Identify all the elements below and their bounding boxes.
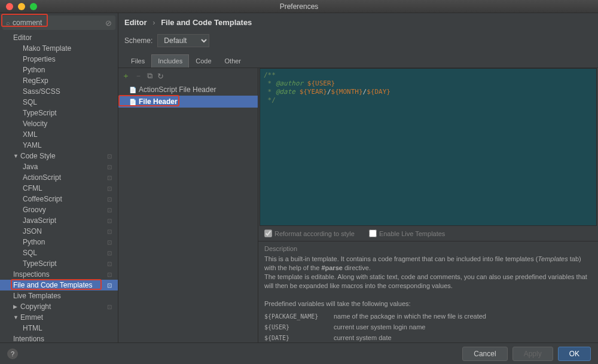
settings-sidebar: ⌕ ⊘ Editor Mako TemplatePropertiesPython…: [0, 13, 118, 342]
settings-tree: Editor Mako TemplatePropertiesPythonRegE…: [0, 32, 118, 342]
sidebar-item-live-templates[interactable]: Live Templates: [0, 290, 118, 301]
tab-code[interactable]: Code: [189, 54, 218, 68]
profile-badge: ⊡: [107, 282, 114, 289]
sidebar-group-editor[interactable]: Editor: [0, 32, 118, 43]
sidebar-item[interactable]: Velocity: [0, 118, 118, 129]
sidebar-label: Live Templates: [13, 292, 61, 300]
sidebar-item[interactable]: Sass/SCSS: [0, 86, 118, 97]
profile-badge: ⊡: [107, 196, 114, 203]
sidebar-item[interactable]: SQL: [0, 97, 118, 108]
profile-badge: ⊡: [107, 207, 114, 213]
tab-files[interactable]: Files: [124, 54, 151, 68]
code-panel: /** * @author ${USER} * @date ${YEAR}/${…: [258, 68, 598, 342]
add-icon[interactable]: ＋: [122, 71, 130, 81]
profile-badge: ⊡: [107, 164, 114, 170]
search-box[interactable]: ⌕ ⊘: [2, 16, 115, 30]
chevron-down-icon: ▼: [13, 314, 20, 320]
sidebar-item[interactable]: RegExp: [0, 75, 118, 86]
search-input[interactable]: [13, 19, 105, 27]
template-items: 📄ActionScript File Header📄File Header: [118, 84, 258, 342]
live-templates-checkbox[interactable]: Enable Live Templates: [369, 230, 445, 237]
sidebar-item[interactable]: Mako Template: [0, 43, 118, 54]
reformat-label: Reformat according to style: [274, 230, 355, 237]
sidebar-item-copyright[interactable]: ▶Copyright⊡: [0, 301, 118, 312]
sidebar-label: Intentions: [13, 335, 44, 342]
sidebar-item[interactable]: YAML: [0, 140, 118, 151]
sidebar-item[interactable]: SQL⊡: [0, 247, 118, 258]
template-toolbar: ＋ － ⧉ ↻: [118, 68, 258, 84]
sidebar-item[interactable]: CoffeeScript⊡: [0, 194, 118, 204]
sidebar-label: Emmet: [20, 313, 43, 322]
tab-includes[interactable]: Includes: [151, 54, 189, 68]
profile-badge: ⊡: [107, 304, 114, 310]
template-tabs: FilesIncludesCodeOther: [118, 54, 598, 68]
profile-badge: ⊡: [107, 239, 114, 246]
sidebar-item[interactable]: CFML⊡: [0, 183, 118, 194]
profile-badge: ⊡: [107, 261, 114, 267]
scheme-label: Scheme:: [124, 36, 152, 45]
profile-badge: ⊡: [107, 250, 114, 256]
chevron-right-icon: ▶: [13, 304, 20, 310]
sidebar-item[interactable]: Python: [0, 65, 118, 75]
template-item[interactable]: 📄ActionScript File Header: [118, 84, 258, 96]
description-panel: Description This is a built-in template.…: [258, 241, 598, 342]
sidebar-item-emmet-html[interactable]: HTML: [0, 323, 118, 334]
sidebar-item-file-templates[interactable]: File and Code Templates⊡: [0, 280, 118, 290]
copy-icon[interactable]: ⧉: [147, 71, 152, 81]
cancel-button[interactable]: Cancel: [462, 347, 507, 361]
sidebar-item[interactable]: Java⊡: [0, 161, 118, 172]
sidebar-item[interactable]: JSON⊡: [0, 226, 118, 237]
window-title: Preferences: [280, 2, 319, 11]
sidebar-item[interactable]: XML: [0, 129, 118, 140]
remove-icon[interactable]: －: [135, 71, 142, 81]
breadcrumb-root[interactable]: Editor: [124, 18, 147, 27]
variable-row: ${USER}current user system login name: [264, 323, 592, 332]
breadcrumb-leaf: File and Code Templates: [161, 18, 252, 27]
maximize-icon[interactable]: [30, 3, 37, 10]
profile-badge: ⊡: [107, 218, 114, 224]
profile-badge: ⊡: [107, 271, 114, 278]
help-icon[interactable]: ?: [7, 348, 18, 359]
sidebar-item[interactable]: Python⊡: [0, 237, 118, 247]
content-panel: Editor › File and Code Templates Scheme:…: [118, 13, 598, 342]
profile-badge: ⊡: [107, 153, 114, 160]
profile-badge: ⊡: [107, 228, 114, 235]
template-options: Reformat according to style Enable Live …: [258, 226, 598, 241]
sidebar-group-codestyle[interactable]: ▼Code Style⊡: [0, 151, 118, 161]
sidebar-item[interactable]: Properties: [0, 54, 118, 65]
refresh-icon[interactable]: ↻: [157, 72, 164, 81]
profile-badge: ⊡: [107, 175, 114, 181]
sidebar-label: Code Style: [20, 152, 56, 160]
variable-row: ${DATE}current system date: [264, 334, 592, 342]
window-controls: [0, 3, 37, 10]
sidebar-item[interactable]: TypeScript⊡: [0, 258, 118, 269]
sidebar-label: Copyright: [20, 302, 51, 311]
search-icon: ⌕: [6, 19, 10, 26]
chevron-right-icon: ›: [152, 18, 155, 27]
minimize-icon[interactable]: [18, 3, 25, 10]
ok-button[interactable]: OK: [558, 347, 591, 361]
template-list-panel: ＋ － ⧉ ↻ 📄ActionScript File Header📄File H…: [118, 68, 258, 342]
description-title: Description: [264, 245, 592, 252]
tab-other[interactable]: Other: [218, 54, 248, 68]
clear-search-icon[interactable]: ⊘: [105, 19, 112, 27]
sidebar-item[interactable]: Groovy⊡: [0, 204, 118, 215]
scheme-row: Scheme: Default: [118, 32, 598, 54]
code-editor[interactable]: /** * @author ${USER} * @date ${YEAR}/${…: [260, 68, 597, 226]
variable-row: ${PACKAGE_NAME}name of the package in wh…: [264, 312, 592, 321]
sidebar-item[interactable]: JavaScript⊡: [0, 215, 118, 226]
sidebar-item-inspections[interactable]: Inspections⊡: [0, 269, 118, 280]
template-item[interactable]: 📄File Header: [118, 96, 258, 108]
sidebar-item[interactable]: ActionScript⊡: [0, 172, 118, 183]
dialog-footer: ? Cancel Apply OK: [0, 342, 598, 364]
close-icon[interactable]: [6, 3, 13, 10]
sidebar-item-emmet[interactable]: ▼Emmet: [0, 312, 118, 323]
scheme-select[interactable]: Default: [157, 34, 209, 47]
sidebar-item[interactable]: TypeScript: [0, 108, 118, 118]
sidebar-label: Inspections: [13, 270, 50, 279]
sidebar-label: File and Code Templates: [13, 281, 93, 289]
breadcrumb: Editor › File and Code Templates: [118, 13, 598, 32]
sidebar-item-intentions[interactable]: Intentions: [0, 334, 118, 342]
apply-button[interactable]: Apply: [512, 347, 553, 361]
reformat-checkbox[interactable]: Reformat according to style: [264, 230, 355, 237]
